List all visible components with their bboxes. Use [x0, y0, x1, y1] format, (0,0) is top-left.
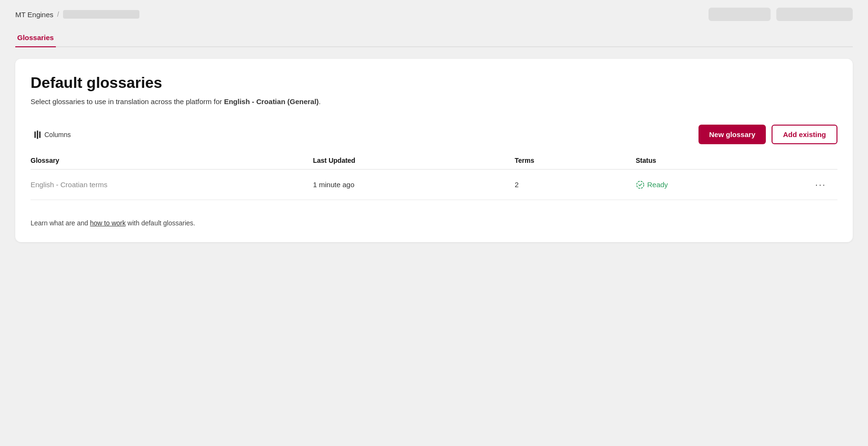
- col-bar-2: [37, 130, 38, 139]
- columns-button[interactable]: Columns: [31, 127, 74, 142]
- table-header-row: Glossary Last Updated Terms Status: [31, 152, 837, 170]
- col-header-status: Status: [636, 152, 781, 170]
- top-bar-right: [709, 8, 853, 21]
- glossaries-table: Glossary Last Updated Terms Status Engli…: [31, 152, 837, 200]
- cell-terms: 2: [515, 170, 636, 200]
- card-subtitle: Select glossaries to use in translation …: [31, 97, 837, 106]
- top-bar-action-1[interactable]: [709, 8, 771, 21]
- card-title: Default glossaries: [31, 74, 837, 92]
- table-body: English - Croatian terms 1 minute ago 2: [31, 170, 837, 200]
- breadcrumb-root: MT Engines: [15, 11, 53, 19]
- table-row: English - Croatian terms 1 minute ago 2: [31, 170, 837, 200]
- glossary-name-link[interactable]: English - Croatian terms: [31, 181, 107, 189]
- col-header-terms: Terms: [515, 152, 636, 170]
- toolbar-right: New glossary Add existing: [699, 125, 837, 144]
- top-bar-action-2[interactable]: [776, 8, 853, 21]
- row-more-button[interactable]: ···: [811, 177, 830, 192]
- col-header-actions: [781, 152, 837, 170]
- breadcrumb-current: [63, 10, 139, 19]
- status-badge: Ready: [636, 181, 773, 189]
- columns-icon: [34, 130, 41, 139]
- col-header-last-updated: Last Updated: [313, 152, 515, 170]
- col-bar-3: [39, 131, 41, 138]
- table-head: Glossary Last Updated Terms Status: [31, 152, 837, 170]
- tabs-bar: Glossaries: [15, 29, 853, 47]
- cell-glossary-name: English - Croatian terms: [31, 170, 313, 200]
- status-text: Ready: [647, 181, 668, 189]
- cell-status: Ready: [636, 170, 781, 200]
- breadcrumb: MT Engines /: [15, 10, 139, 19]
- main-card: Default glossaries Select glossaries to …: [15, 59, 853, 242]
- add-existing-button[interactable]: Add existing: [772, 125, 837, 144]
- cell-last-updated: 1 minute ago: [313, 170, 515, 200]
- ready-icon: [636, 181, 645, 189]
- cell-actions: ···: [781, 170, 837, 200]
- col-bar-1: [34, 131, 36, 138]
- how-to-work-link[interactable]: how to work: [90, 219, 126, 227]
- breadcrumb-separator: /: [57, 11, 59, 18]
- new-glossary-button[interactable]: New glossary: [699, 125, 766, 144]
- card-footer: Learn what are and how to work with defa…: [31, 219, 837, 227]
- table-toolbar: Columns New glossary Add existing: [31, 125, 837, 144]
- page-content: Glossaries Default glossaries Select glo…: [0, 29, 868, 257]
- top-bar: MT Engines /: [0, 0, 868, 29]
- col-header-glossary: Glossary: [31, 152, 313, 170]
- tab-glossaries[interactable]: Glossaries: [15, 29, 56, 46]
